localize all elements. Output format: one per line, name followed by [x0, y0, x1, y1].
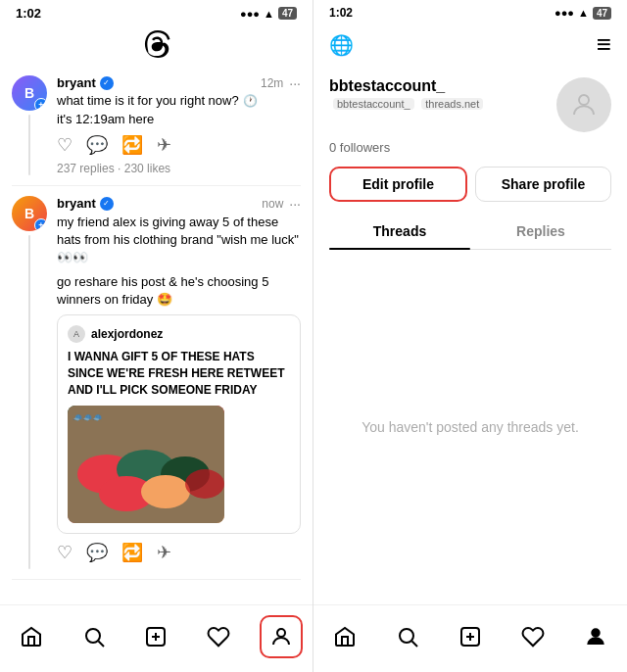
like-icon-2[interactable]: ♡ — [57, 542, 72, 563]
post-text-2b: go reshare his post & he's choosing 5 wi… — [57, 273, 301, 309]
left-nav-profile[interactable] — [260, 615, 303, 658]
left-app-header — [0, 24, 313, 66]
profile-info: bbtestaccount_ bbtestaccount_ threads.ne… — [329, 77, 483, 111]
plus-badge-1: + — [34, 98, 47, 111]
tab-replies[interactable]: Replies — [470, 214, 611, 249]
post-reply-1: it's 12:19am here — [57, 112, 301, 126]
right-nav-home[interactable] — [323, 615, 366, 658]
verified-badge-2: ✓ — [100, 197, 114, 211]
left-bottom-nav — [0, 604, 313, 672]
svg-text:🧢🧢🧢: 🧢🧢🧢 — [72, 412, 102, 422]
thread-line-1 — [28, 115, 30, 175]
more-options-2[interactable]: ··· — [289, 196, 301, 212]
comment-icon-2[interactable]: 💬 — [86, 542, 108, 563]
post-stats-1: 237 replies · 230 likes — [57, 162, 301, 175]
svg-point-8 — [86, 629, 100, 643]
post-time-1: 12m ··· — [261, 75, 301, 91]
right-status-bar: 1:02 ●●● ▲ 47 — [314, 0, 627, 24]
left-nav-heart[interactable] — [197, 615, 240, 658]
menu-icon[interactable]: ≡ — [597, 29, 611, 60]
repost-username: alexjordonez — [91, 327, 163, 341]
avatar-col-2: B + — [12, 196, 47, 569]
followers-count: 0 followers — [329, 140, 611, 155]
profile-handle: bbtestaccount_ threads.net — [329, 96, 483, 111]
action-icons-1: ♡ 💬 🔁 ✈ — [57, 134, 301, 156]
no-posts-message: You haven't posted any threads yet. — [314, 250, 627, 604]
right-nav-search[interactable] — [386, 615, 429, 658]
right-nav-profile[interactable] — [574, 615, 617, 658]
profile-username: bbtestaccount_ — [329, 77, 483, 95]
right-panel: 1:02 ●●● ▲ 47 🌐 ≡ bbtestaccount_ bbtesta… — [314, 0, 627, 672]
post-text-2a: my friend alex is giving away 5 of these… — [57, 214, 301, 267]
avatar-bryant-1: B + — [12, 75, 47, 111]
left-nav-search[interactable] — [72, 615, 116, 658]
plus-badge-2: + — [34, 218, 47, 231]
more-options-1[interactable]: ··· — [289, 75, 301, 91]
repost-content: A alexjordonez I WANNA GIFT 5 OF THESE H… — [57, 314, 301, 534]
profile-tabs: Threads Replies — [329, 214, 611, 250]
feed: B + bryant ✓ 12m ··· what tim — [0, 66, 313, 604]
globe-icon[interactable]: 🌐 — [329, 33, 354, 57]
username-row-2: bryant ✓ — [57, 196, 114, 211]
left-status-icons: ●●● ▲ 47 — [240, 7, 297, 20]
clock-icon: 🕐 — [243, 94, 258, 108]
svg-point-13 — [277, 629, 285, 637]
right-nav-compose[interactable] — [449, 615, 492, 658]
svg-point-15 — [400, 629, 413, 643]
post-time-2: now ··· — [262, 196, 301, 212]
comment-icon-1[interactable]: 💬 — [86, 134, 108, 156]
post-header-2: bryant ✓ now ··· — [57, 196, 301, 212]
post-1: B + bryant ✓ 12m ··· what tim — [12, 66, 301, 186]
right-app-header: 🌐 ≡ — [314, 24, 627, 68]
post-content-2: bryant ✓ now ··· my friend alex is givin… — [57, 196, 301, 569]
profile-top: bbtestaccount_ bbtestaccount_ threads.ne… — [329, 77, 611, 132]
svg-point-20 — [592, 629, 600, 637]
profile-buttons: Edit profile Share profile — [329, 167, 611, 202]
post-2: B + bryant ✓ now ··· my friend alex is g — [12, 186, 301, 580]
repost-icon-2[interactable]: 🔁 — [121, 542, 143, 563]
left-panel: 1:02 ●●● ▲ 47 B + bryant — [0, 0, 314, 672]
share-icon-1[interactable]: ✈ — [157, 134, 171, 156]
profile-avatar — [556, 77, 611, 132]
verified-badge-1: ✓ — [100, 76, 114, 90]
profile-domain: threads.net — [421, 98, 483, 110]
right-nav-heart[interactable] — [511, 615, 555, 658]
edit-profile-button[interactable]: Edit profile — [329, 167, 467, 202]
post-content-1: bryant ✓ 12m ··· what time is it for you… — [57, 75, 301, 175]
avatar-col-1: B + — [12, 75, 47, 175]
thread-line-2 — [28, 235, 30, 569]
repost-image: 🧢🧢🧢 — [68, 406, 224, 523]
post-header-1: bryant ✓ 12m ··· — [57, 75, 301, 91]
repost-text: I WANNA GIFT 5 OF THESE HATS SINCE WE'RE… — [68, 349, 290, 398]
avatar-bryant-2: B + — [12, 196, 47, 231]
right-status-icons: ●●● ▲ 47 — [555, 7, 611, 20]
left-status-bar: 1:02 ●●● ▲ 47 — [0, 0, 313, 24]
left-time: 1:02 — [16, 6, 41, 21]
right-bottom-nav — [314, 604, 627, 672]
action-icons-2: ♡ 💬 🔁 ✈ — [57, 542, 301, 563]
share-profile-button[interactable]: Share profile — [475, 167, 611, 202]
repost-header: A alexjordonez — [68, 325, 290, 343]
svg-point-6 — [185, 469, 224, 499]
like-icon-1[interactable]: ♡ — [57, 134, 72, 156]
repost-icon-1[interactable]: 🔁 — [121, 134, 143, 156]
right-time: 1:02 — [329, 6, 353, 20]
share-icon-2[interactable]: ✈ — [157, 542, 171, 563]
svg-line-16 — [412, 642, 418, 648]
post-question-1: what time is it for you right now? 🕐 — [57, 93, 301, 108]
username-1: bryant — [57, 75, 96, 90]
tab-threads[interactable]: Threads — [329, 214, 470, 249]
profile-section: bbtestaccount_ bbtestaccount_ threads.ne… — [314, 68, 627, 250]
threads-logo-left — [143, 30, 170, 58]
svg-line-9 — [98, 642, 104, 648]
svg-point-5 — [141, 475, 190, 508]
repost-avatar: A — [68, 325, 85, 343]
svg-point-14 — [579, 95, 589, 105]
left-nav-home[interactable] — [10, 615, 53, 658]
username-row-1: bryant ✓ — [57, 75, 114, 90]
username-2: bryant — [57, 196, 96, 211]
left-nav-compose[interactable] — [134, 615, 177, 658]
